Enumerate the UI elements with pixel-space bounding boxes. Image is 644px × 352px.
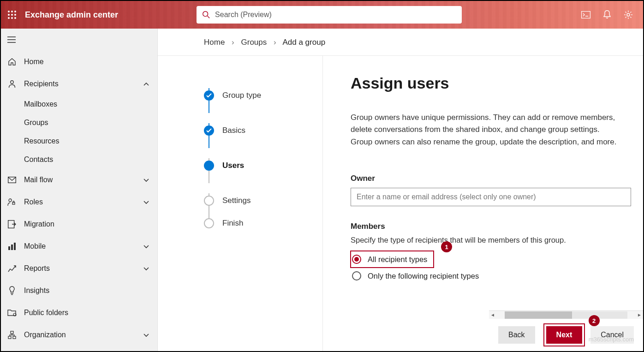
chart-icon [6, 264, 18, 273]
sidebar-subitem-mailboxes[interactable]: Mailboxes [24, 95, 157, 113]
chevron-up-icon [143, 80, 151, 88]
sidebar-item-mailflow[interactable]: Mail flow [1, 169, 157, 191]
search-input[interactable] [215, 11, 456, 19]
breadcrumb-home[interactable]: Home [204, 38, 225, 47]
form-area: Assign users Group owners have unique pe… [323, 56, 643, 351]
step-label: Finish [222, 219, 243, 228]
sidebar-item-home[interactable]: Home [1, 51, 157, 73]
sidebar-subitem-groups[interactable]: Groups [24, 113, 157, 132]
sidebar-item-insights[interactable]: Insights [1, 280, 157, 302]
sidebar-label: Public folders [24, 309, 151, 317]
sidebar-label: Mobile [24, 242, 143, 251]
wizard-steps: Group type Basics Users Settings [158, 56, 323, 351]
scroll-right-icon: ► [636, 312, 643, 317]
chevron-right-icon: › [232, 38, 234, 47]
svg-line-20 [630, 12, 631, 13]
chevron-down-icon [143, 198, 151, 206]
breadcrumb: Home › Groups › Add a group [158, 29, 643, 56]
sidebar-toggle[interactable] [1, 29, 157, 51]
search-box[interactable] [197, 6, 462, 24]
search-wrapper [197, 6, 462, 24]
step-label: Group type [222, 91, 261, 100]
mail-icon [6, 177, 18, 183]
sidebar-subitem-resources[interactable]: Resources [24, 132, 157, 150]
annotation-1: 1 [441, 241, 452, 252]
breadcrumb-current: Add a group [282, 38, 325, 47]
back-button[interactable]: Back [498, 326, 535, 344]
check-icon [206, 128, 212, 133]
radio-only-following[interactable]: Only the following recipient types [351, 268, 634, 284]
svg-rect-31 [11, 245, 13, 250]
svg-rect-36 [11, 331, 13, 334]
step-label: Basics [222, 126, 245, 135]
step-basics[interactable]: Basics [204, 113, 322, 148]
sidebar-item-recipients[interactable]: Recipients [1, 73, 157, 95]
next-button[interactable]: Next [546, 326, 583, 344]
person-icon [6, 80, 18, 88]
shell-icon [581, 11, 590, 18]
svg-point-7 [11, 17, 13, 19]
org-icon [6, 331, 18, 339]
sidebar-item-publicfolders[interactable]: Public folders [1, 302, 157, 324]
sidebar-label: Organization [24, 331, 143, 339]
radio-icon [352, 255, 361, 264]
svg-point-5 [14, 14, 16, 16]
app-launcher-button[interactable] [1, 11, 23, 19]
svg-point-0 [8, 11, 10, 12]
chevron-down-icon [143, 242, 151, 251]
step-group-type[interactable]: Group type [204, 78, 322, 113]
chevron-down-icon [143, 264, 151, 273]
breadcrumb-groups[interactable]: Groups [241, 38, 267, 47]
radio-label: Only the following recipient types [368, 272, 479, 280]
members-label: Members [351, 222, 634, 231]
scroll-left-icon: ◄ [489, 312, 496, 317]
top-bar: Exchange admin center [1, 1, 643, 29]
sidebar-label: Roles [24, 198, 143, 206]
horizontal-scrollbar[interactable]: ◄ ► [489, 310, 643, 319]
members-description: Specify the type of recipients that will… [351, 236, 634, 245]
waffle-icon [8, 11, 16, 19]
sidebar: Home Recipients Mailboxes Groups Resourc… [1, 29, 158, 351]
svg-point-3 [8, 14, 10, 16]
svg-point-1 [11, 11, 13, 12]
sidebar-label: Migration [24, 220, 151, 228]
svg-point-13 [627, 13, 630, 16]
sidebar-item-roles[interactable]: Roles [1, 191, 157, 213]
sidebar-label: Recipients [24, 80, 143, 88]
owner-label: Owner [351, 174, 634, 183]
radio-all-recipients[interactable]: All recipient types [351, 251, 434, 268]
svg-rect-38 [13, 336, 16, 339]
step-label: Users [222, 161, 244, 170]
sidebar-item-reports[interactable]: Reports [1, 257, 157, 280]
sidebar-recipients-children: Mailboxes Groups Resources Contacts [1, 95, 157, 169]
step-settings[interactable]: Settings [204, 183, 322, 218]
shell-button[interactable] [581, 10, 590, 19]
watermark: m365scripts.com [589, 336, 634, 343]
step-users[interactable]: Users [204, 148, 322, 183]
sidebar-label: Insights [24, 286, 151, 295]
step-label: Settings [222, 196, 250, 205]
roles-icon [6, 198, 18, 206]
annotation-2: 2 [589, 315, 600, 326]
chevron-down-icon [143, 331, 151, 339]
page-description: Group owners have unique permissions. Th… [351, 112, 618, 148]
folder-icon [6, 309, 18, 316]
sidebar-item-mobile[interactable]: Mobile [1, 235, 157, 257]
sidebar-item-migration[interactable]: Migration [1, 213, 157, 235]
svg-point-25 [11, 81, 13, 84]
notifications-button[interactable] [602, 10, 612, 19]
sidebar-item-organization[interactable]: Organization [1, 324, 157, 346]
svg-line-10 [208, 16, 210, 18]
home-icon [6, 58, 18, 66]
owner-input[interactable] [351, 188, 631, 206]
settings-button[interactable] [624, 10, 633, 19]
svg-rect-37 [8, 336, 11, 339]
topbar-actions [581, 10, 643, 19]
brand-title: Exchange admin center [25, 10, 118, 20]
svg-point-9 [203, 12, 208, 17]
gear-icon [624, 10, 633, 19]
sidebar-subitem-contacts[interactable]: Contacts [24, 150, 157, 169]
step-finish[interactable]: Finish [204, 218, 322, 228]
sidebar-label: Mail flow [24, 176, 143, 184]
chevron-right-icon: › [274, 38, 276, 47]
